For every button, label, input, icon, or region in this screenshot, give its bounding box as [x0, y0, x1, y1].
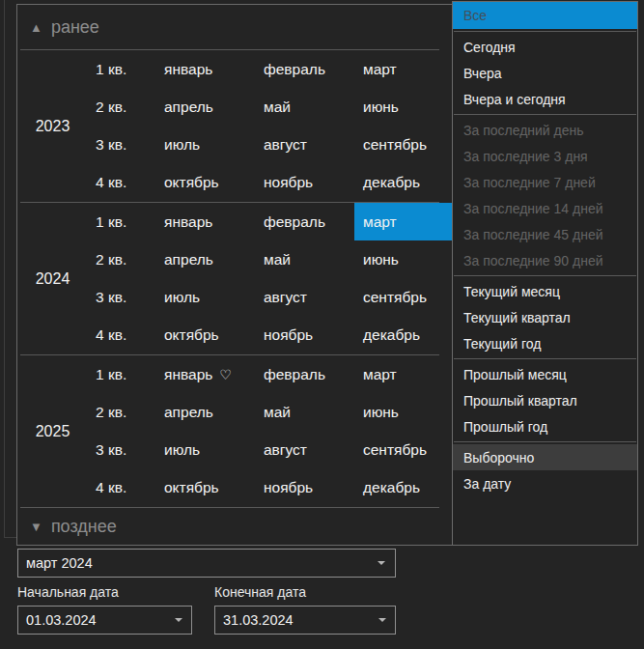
year-blocks: 20231 кв.январьфевральмарт2 кв.апрельмай…	[17, 50, 452, 508]
menu-item[interactable]: За последние 14 дней	[453, 195, 637, 221]
menu-separator	[454, 441, 636, 442]
month-cell[interactable]: ноябрь	[255, 317, 354, 354]
month-cell[interactable]: апрель	[155, 88, 255, 126]
month-cell[interactable]: май	[255, 88, 354, 126]
quarter-cell[interactable]: 3 кв.	[88, 127, 155, 164]
menu-item[interactable]: За последние 90 дней	[453, 247, 637, 273]
year-block-2025: 20251 кв.январь♡февральмарт2 кв.апрельма…	[17, 355, 452, 507]
month-cell[interactable]: апрель	[155, 240, 255, 278]
menu-item[interactable]: Текущий квартал	[453, 304, 637, 330]
month-cell[interactable]: сентябрь	[354, 127, 452, 164]
month-cell[interactable]: январь♡	[155, 355, 255, 393]
menu-item[interactable]: За дату	[453, 470, 637, 496]
month-cell[interactable]: февраль	[255, 203, 354, 240]
end-date-input[interactable]: 31.03.2024	[214, 606, 396, 635]
month-cell[interactable]: ноябрь	[255, 469, 354, 507]
month-cell[interactable]: октябрь	[155, 317, 255, 354]
scroll-earlier-button[interactable]: ▲ ранее	[17, 5, 452, 49]
menu-item[interactable]: За последние 45 дней	[453, 221, 637, 247]
year-cell[interactable]: 2023	[17, 50, 88, 202]
start-date-value: 01.03.2024	[26, 612, 97, 628]
quarter-cell[interactable]: 2 кв.	[88, 240, 155, 278]
year-block-2023: 20231 кв.январьфевральмарт2 кв.апрельмай…	[17, 50, 452, 202]
menu-item[interactable]: Все	[453, 2, 637, 29]
month-cell[interactable]: март	[354, 50, 452, 88]
month-cell[interactable]: июль	[155, 432, 255, 469]
quarter-cell[interactable]: 3 кв.	[88, 432, 155, 469]
preset-period-menu: ВсеСегодняВчераВчера и сегодняЗа последн…	[452, 1, 638, 546]
menu-item[interactable]: Текущий год	[453, 330, 637, 356]
menu-separator	[454, 358, 636, 359]
triangle-down-icon: ▼	[30, 521, 42, 533]
quarter-cell[interactable]: 4 кв.	[88, 317, 155, 354]
month-cell[interactable]: октябрь	[155, 469, 255, 507]
month-cell[interactable]: май	[255, 240, 354, 278]
heart-icon: ♡	[219, 367, 232, 382]
menu-separator	[454, 114, 636, 115]
menu-item[interactable]: Прошлый месяц	[453, 361, 637, 387]
month-cell[interactable]: март	[354, 355, 452, 393]
month-cell[interactable]: январь	[155, 203, 255, 240]
month-cell[interactable]: июль	[155, 279, 255, 317]
menu-item[interactable]: Прошлый квартал	[453, 387, 637, 413]
quarter-cell[interactable]: 2 кв.	[88, 88, 155, 126]
month-cell[interactable]: август	[255, 432, 354, 469]
quarter-cell[interactable]: 2 кв.	[88, 393, 155, 431]
month-cell[interactable]: май	[255, 393, 354, 431]
month-cell[interactable]: январь	[155, 50, 255, 88]
quarter-cell[interactable]: 1 кв.	[88, 355, 155, 393]
menu-separator	[454, 275, 636, 276]
menu-item[interactable]: Сегодня	[453, 34, 637, 60]
quarter-cell[interactable]: 3 кв.	[88, 279, 155, 317]
calendar-dropdown-icon[interactable]	[378, 618, 386, 622]
month-cell[interactable]: август	[255, 127, 354, 164]
year-cell[interactable]: 2025	[17, 355, 88, 507]
menu-separator	[454, 31, 636, 32]
month-cell[interactable]: февраль	[255, 50, 354, 88]
quarter-cell[interactable]: 1 кв.	[88, 50, 155, 88]
month-cell[interactable]: декабрь	[354, 469, 452, 507]
start-date-input[interactable]: 01.03.2024	[17, 606, 192, 635]
menu-item[interactable]: Текущий месяц	[453, 278, 637, 304]
period-combobox-value: март 2024	[26, 555, 93, 571]
month-cell[interactable]: февраль	[255, 355, 354, 393]
quarter-cell[interactable]: 4 кв.	[88, 469, 155, 507]
chevron-down-icon[interactable]	[378, 561, 385, 565]
later-label: позднее	[51, 517, 117, 537]
month-cell[interactable]: август	[255, 279, 354, 317]
month-cell[interactable]: апрель	[155, 393, 255, 431]
triangle-up-icon: ▲	[30, 21, 42, 34]
month-cell[interactable]: март	[354, 203, 452, 240]
month-cell[interactable]: декабрь	[354, 317, 452, 354]
calendar-panel: ▲ ранее 20231 кв.январьфевральмарт2 кв.а…	[16, 4, 453, 546]
earlier-label: ранее	[51, 17, 99, 38]
month-cell[interactable]: декабрь	[354, 164, 452, 202]
menu-item[interactable]: Вчера и сегодня	[453, 86, 637, 112]
menu-item[interactable]: За последние 3 дня	[453, 143, 637, 169]
end-date-label: Конечная дата	[214, 583, 306, 601]
month-cell[interactable]: сентябрь	[354, 279, 452, 317]
period-combobox[interactable]: март 2024	[17, 549, 396, 578]
calendar-dropdown-icon[interactable]	[175, 618, 182, 622]
end-date-value: 31.03.2024	[223, 612, 294, 628]
popup-frame-edge	[4, 0, 16, 538]
month-cell[interactable]: сентябрь	[354, 432, 452, 469]
menu-item[interactable]: Вчера	[453, 60, 637, 86]
month-cell[interactable]: июнь	[354, 88, 452, 126]
month-cell[interactable]: октябрь	[155, 164, 255, 202]
year-block-2024: 20241 кв.январьфевральмарт2 кв.апрельмай…	[17, 203, 452, 354]
menu-item[interactable]: Выборочно	[453, 444, 637, 470]
year-cell[interactable]: 2024	[17, 203, 88, 354]
start-date-label: Начальная дата	[17, 583, 119, 601]
menu-item[interactable]: За последние 7 дней	[453, 169, 637, 195]
month-cell[interactable]: июнь	[354, 393, 452, 431]
menu-item[interactable]: За последний день	[453, 117, 637, 143]
quarter-cell[interactable]: 4 кв.	[88, 164, 155, 202]
month-cell[interactable]: ноябрь	[255, 164, 354, 202]
period-picker-popup: ▲ ранее 20231 кв.январьфевральмарт2 кв.а…	[0, 0, 644, 649]
quarter-cell[interactable]: 1 кв.	[88, 203, 155, 240]
month-cell[interactable]: июль	[155, 127, 255, 164]
menu-item[interactable]: Прошлый год	[453, 413, 637, 439]
scroll-later-button[interactable]: ▼ позднее	[17, 508, 452, 545]
month-cell[interactable]: июнь	[354, 240, 452, 278]
